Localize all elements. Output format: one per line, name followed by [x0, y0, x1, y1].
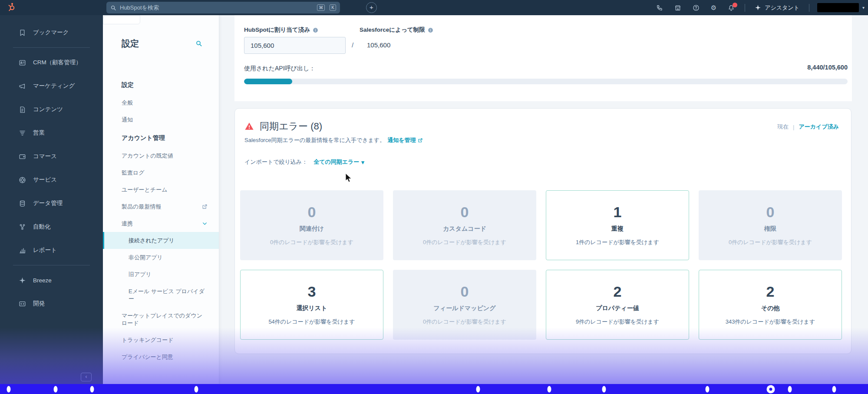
- bookmark-icon: [19, 29, 26, 36]
- sidebar-item-crm[interactable]: CRM（顧客管理）: [0, 51, 103, 74]
- player-chapter-dot[interactable]: [548, 386, 551, 392]
- player-chapter-dot[interactable]: [194, 386, 198, 392]
- error-label: 関連付け: [300, 225, 324, 233]
- view-archived-link[interactable]: アーカイブ済み: [799, 123, 839, 131]
- shortcut-cmd-key: ⌘: [317, 4, 325, 11]
- player-chapter-dot[interactable]: [53, 386, 57, 392]
- error-label: フィールドマッピング: [434, 305, 496, 312]
- top-navigation-bar: HubSpotを検索 ⌘ K + ⚙: [0, 0, 868, 15]
- error-label: プロパティー値: [596, 305, 639, 312]
- error-card-field-mapping[interactable]: 0 フィールドマッピング 0件のレコードが影響を受けます: [393, 270, 536, 340]
- allocated-calls-input[interactable]: 105,600: [244, 37, 346, 54]
- sync-errors-subtitle: Salesforce同期エラーの最新情報を常に入手できます。: [244, 136, 385, 144]
- error-card-picklists[interactable]: 3 選択リスト 54件のレコードが影響を受けます: [240, 270, 383, 340]
- account-menu[interactable]: ▾: [817, 3, 865, 12]
- sidebar-item-automation[interactable]: 自動化: [0, 215, 103, 238]
- view-current-link[interactable]: 現在: [777, 123, 789, 131]
- error-count: 1: [614, 205, 622, 219]
- api-progress-fill: [244, 79, 292, 84]
- notification-badge: [733, 3, 737, 7]
- player-chapter-dot[interactable]: [602, 386, 606, 392]
- used-calls-value: 8,440/105,600: [807, 64, 848, 71]
- search-placeholder: HubSpotを検索: [120, 4, 312, 12]
- settings-item-connected-apps[interactable]: 接続されたアプリ: [103, 232, 219, 249]
- error-label: カスタムコード: [443, 225, 486, 233]
- filter-label: インポートで絞り込み：: [244, 158, 307, 166]
- hubspot-logo-icon[interactable]: [6, 2, 17, 13]
- error-detail: 54件のレコードが影響を受けます: [268, 318, 355, 326]
- manage-notifications-link[interactable]: 通知を管理: [387, 136, 416, 144]
- settings-item-users-teams[interactable]: ユーザーとチーム: [103, 181, 219, 198]
- assistant-button[interactable]: アシスタント: [755, 4, 799, 12]
- settings-item-privacy-consent[interactable]: プライバシーと同意: [103, 348, 219, 365]
- help-icon[interactable]: [693, 4, 700, 11]
- error-count: 0: [461, 205, 469, 219]
- sidebar-item-label: マーケティング: [33, 82, 75, 90]
- error-detail: 0件のレコードが影響を受けます: [423, 238, 506, 246]
- error-detail: 0件のレコードが影響を受けます: [729, 238, 812, 246]
- sidebar-item-commerce[interactable]: コマース: [0, 145, 103, 168]
- info-icon[interactable]: [428, 27, 433, 33]
- error-detail: 9件のレコードが影響を受けます: [576, 318, 659, 326]
- error-card-other[interactable]: 2 その他 343件のレコードが影響を受けます: [699, 270, 842, 340]
- sidebar-item-data-management[interactable]: データ管理: [0, 192, 103, 215]
- error-count: 0: [461, 284, 469, 299]
- account-name-redacted: [817, 3, 859, 12]
- sidebar-item-breeze[interactable]: Breeze: [0, 268, 103, 292]
- marketplace-icon[interactable]: [674, 4, 681, 11]
- allocated-label: HubSpotに割り当て済み: [244, 26, 310, 34]
- topbar-divider: [745, 4, 745, 12]
- player-playhead[interactable]: [767, 385, 775, 393]
- used-calls-label: 使用されたAPI呼び出し：: [244, 65, 315, 73]
- sidebar-item-marketing[interactable]: マーケティング: [0, 74, 103, 98]
- sidebar-item-content[interactable]: コンテンツ: [0, 98, 103, 121]
- phone-icon[interactable]: [656, 4, 663, 11]
- player-chapter-dot[interactable]: [476, 386, 480, 392]
- settings-title: 設定: [122, 38, 139, 50]
- sidebar-item-label: 自動化: [33, 223, 51, 231]
- notifications-bell-icon[interactable]: [728, 4, 735, 11]
- sidebar-divider: [13, 47, 90, 48]
- sidebar-item-development[interactable]: 開発: [0, 292, 103, 315]
- collapse-sidebar-button[interactable]: ‹: [81, 373, 92, 381]
- settings-gear-icon[interactable]: ⚙: [711, 4, 716, 11]
- player-chapter-dot[interactable]: [788, 386, 792, 392]
- settings-item-general[interactable]: 全般: [103, 94, 219, 111]
- error-card-property-values[interactable]: 2 プロパティー値 9件のレコードが影響を受けます: [546, 270, 689, 340]
- error-card-permissions[interactable]: 0 権限 0件のレコードが影響を受けます: [699, 190, 842, 260]
- player-chapter-dot[interactable]: [7, 386, 10, 392]
- settings-item-private-apps[interactable]: 非公開アプリ: [103, 249, 219, 266]
- player-chapter-dot[interactable]: [90, 386, 94, 392]
- settings-item-legacy-apps[interactable]: 旧アプリ: [103, 266, 219, 283]
- settings-item-integrations[interactable]: 連携: [103, 215, 219, 232]
- info-icon[interactable]: [313, 27, 318, 33]
- contact-card-icon: [19, 59, 26, 66]
- settings-item-marketplace-downloads[interactable]: マーケットプレイスでのダウンロード: [103, 307, 219, 331]
- error-count: 0: [766, 205, 775, 219]
- settings-item-audit-log[interactable]: 監査ログ: [103, 164, 219, 181]
- settings-search-icon[interactable]: [195, 40, 202, 47]
- player-bar[interactable]: [0, 384, 868, 394]
- error-card-associations[interactable]: 0 関連付け 0件のレコードが影響を受けます: [240, 190, 383, 260]
- player-chapter-dot[interactable]: [832, 386, 836, 392]
- settings-item-email-service-providers[interactable]: Eメール サービス プロバイダー: [103, 283, 219, 307]
- global-search-input[interactable]: HubSpotを検索 ⌘ K: [106, 2, 340, 13]
- create-new-button[interactable]: +: [366, 2, 377, 13]
- ratio-separator: /: [352, 41, 353, 49]
- error-card-custom-code[interactable]: 0 カスタムコード 0件のレコードが影響を受けます: [393, 190, 536, 260]
- settings-item-product-updates[interactable]: 製品の最新情報: [103, 198, 219, 215]
- external-link-icon: [202, 204, 208, 209]
- chevron-down-icon: ▾: [862, 5, 865, 10]
- sidebar-item-bookmarks[interactable]: ブックマーク: [0, 21, 103, 44]
- settings-item-tracking-code[interactable]: トラッキングコード: [103, 331, 219, 348]
- sync-error-filter-dropdown[interactable]: 全ての同期エラー ▾: [314, 158, 364, 166]
- error-card-duplicates[interactable]: 1 重複 1件のレコードが影響を受けます: [546, 190, 689, 260]
- settings-item-account-defaults[interactable]: アカウントの既定値: [103, 147, 219, 164]
- player-chapter-dot[interactable]: [706, 386, 710, 392]
- settings-section-header: 設定: [103, 75, 219, 94]
- sidebar-item-service[interactable]: サービス: [0, 168, 103, 192]
- funnel-icon: [19, 129, 26, 137]
- sidebar-item-reports[interactable]: レポート: [0, 238, 103, 262]
- settings-item-notifications[interactable]: 通知: [103, 111, 219, 128]
- sidebar-item-sales[interactable]: 営業: [0, 121, 103, 145]
